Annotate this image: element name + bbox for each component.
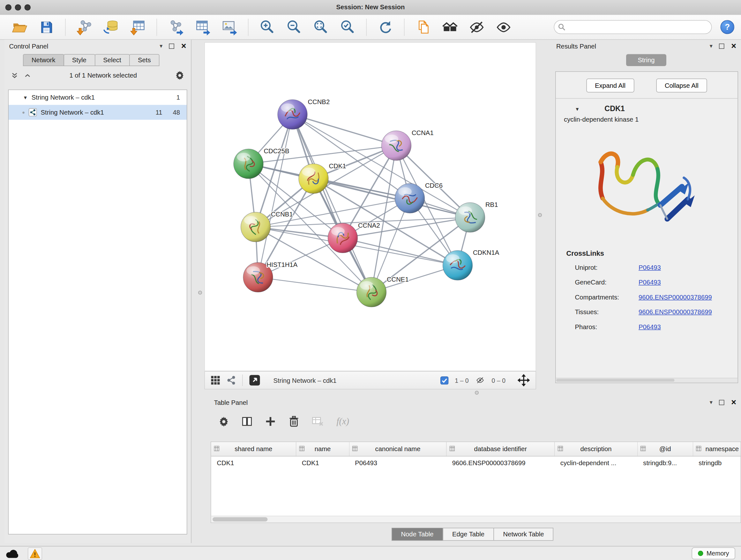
zoom-in-button[interactable] [258,18,276,36]
grid-view-icon[interactable] [211,375,220,385]
hide-elements-button[interactable] [468,18,486,36]
export-image-button[interactable] [220,18,239,36]
table-cell[interactable]: stringdb [693,456,741,469]
memory-button[interactable]: Memory [692,548,735,560]
collapse-all-button[interactable]: Collapse All [656,78,707,92]
show-columns-icon[interactable] [242,416,253,427]
add-column-icon[interactable] [265,416,276,427]
tab-network[interactable]: Network [23,54,64,66]
crosslink-link[interactable]: 9606.ENSP00000378699 [638,308,712,316]
table-cell[interactable]: 9606.ENSP00000378699 [447,456,555,469]
copy-document-button[interactable] [414,18,432,36]
share-view-icon[interactable] [226,375,236,385]
tab-select[interactable]: Select [94,54,130,66]
network-edge-HIST1H1A-CCNE1[interactable] [258,277,372,293]
column-header-shared-name[interactable]: shared name [211,442,296,456]
network-row-selected[interactable]: ● String Network – cdk1 11 48 [9,105,187,120]
tab-network-table[interactable]: Network Table [494,528,554,541]
network-node-CDKN1A[interactable]: CDKN1A [443,249,499,280]
results-horizontal-scrollbar[interactable] [556,378,738,383]
section-expand-icon[interactable]: ▼ [575,106,580,111]
table-cell[interactable]: stringdb:9... [637,456,693,469]
panel-menu-caret-icon[interactable]: ▾ [710,399,713,406]
scrollbar-thumb[interactable] [212,517,268,522]
crosslink-link[interactable]: 9606.ENSP00000378699 [638,294,712,301]
column-header-canonical-name[interactable]: canonical name [349,442,447,456]
search-input[interactable] [554,20,712,34]
table-cell[interactable]: P06493 [349,456,447,469]
zoom-fit-button[interactable] [312,18,330,36]
table-settings-gear-icon[interactable] [219,416,229,427]
import-network-database-button[interactable] [102,18,120,36]
crosslink-link[interactable]: P06493 [638,323,661,331]
export-table-button[interactable] [193,18,212,36]
hidden-eye-icon[interactable] [475,376,485,385]
detach-view-icon[interactable] [249,374,260,386]
table-cell[interactable]: CDK1 [211,456,296,469]
right-splitter-handle[interactable] [538,213,542,217]
network-node-CCNA2[interactable]: CCNA2 [328,222,380,253]
import-network-file-button[interactable] [75,18,93,36]
expand-all-button[interactable]: Expand All [586,78,634,92]
network-node-RB1[interactable]: RB1 [455,201,498,233]
tree-expand-icon[interactable]: ▼ [23,95,28,100]
panel-close-icon[interactable]: × [181,44,186,49]
birds-eye-move-icon[interactable] [518,374,530,387]
network-collection-row[interactable]: ▼ String Network – cdk1 1 [9,90,187,105]
panel-float-icon[interactable] [169,44,175,49]
network-node-CCNE1[interactable]: CCNE1 [357,276,409,307]
network-node-CCNB2[interactable]: CCNB2 [278,98,330,130]
table-cell[interactable]: CDK1 [296,456,349,469]
selected-checkbox-icon[interactable] [441,376,449,384]
network-edge-CCNB2-CCNA1[interactable] [293,115,397,146]
crosslink-link[interactable]: P06493 [638,279,661,286]
panel-float-icon[interactable] [719,44,725,49]
network-edge-CCNA2-CDKN1A[interactable] [343,238,458,266]
table-row[interactable]: CDK1CDK1P064939606.ENSP00000378699cyclin… [211,456,741,469]
protein-section-header[interactable]: ▼ CDK1 [556,99,738,116]
column-header-database-identifier[interactable]: database identifier [447,442,555,456]
warnings-button[interactable] [28,547,42,560]
tab-edge-table[interactable]: Edge Table [443,528,494,541]
tab-node-table[interactable]: Node Table [391,528,443,541]
column-header-namespace[interactable]: namespace [693,442,741,456]
column-header--id[interactable]: @id [637,442,693,456]
zoom-selected-button[interactable] [339,18,357,36]
panel-close-icon[interactable]: × [731,44,736,49]
tab-sets[interactable]: Sets [129,54,159,66]
column-header-description[interactable]: description [555,442,637,456]
panel-close-icon[interactable]: × [731,400,736,405]
network-node-HIST1H1A[interactable]: HIST1H1A [243,261,298,293]
expand-all-icon[interactable] [24,71,31,79]
open-session-button[interactable] [10,18,29,36]
help-button[interactable]: ? [721,20,735,34]
home-views-button[interactable] [441,18,459,36]
table-horizontal-scrollbar[interactable] [211,516,741,523]
tab-string[interactable]: String [626,54,666,66]
crosslink-label: Tissues: [575,308,635,316]
left-splitter-handle[interactable] [198,291,202,295]
panel-float-icon[interactable] [719,400,725,405]
network-edge-CCNB2-CCNE1[interactable] [293,115,372,293]
horizontal-splitter-handle[interactable] [475,391,479,395]
zoom-out-button[interactable] [285,18,303,36]
refresh-button[interactable] [376,18,394,36]
panel-menu-caret-icon[interactable]: ▾ [159,43,162,50]
network-view[interactable]: CCNB2CCNA1CDC25BCDK1CDC6RB1CCNB1CCNA2CDK… [205,42,536,371]
column-header-name[interactable]: name [296,442,349,456]
gear-icon[interactable] [175,71,185,80]
save-session-button[interactable] [37,18,56,36]
import-table-button[interactable] [129,18,147,36]
tab-style[interactable]: Style [64,54,95,66]
cloud-icon[interactable] [6,549,18,558]
delete-column-trash-icon[interactable] [289,416,299,427]
crosslink-link[interactable]: P06493 [638,264,661,271]
collapse-all-icon[interactable] [11,71,18,79]
network-node-CDK1[interactable]: CDK1 [299,163,346,194]
function-builder-icon[interactable]: f(x) [337,416,349,427]
show-elements-button[interactable] [495,18,513,36]
panel-menu-caret-icon[interactable]: ▾ [710,43,713,50]
export-network-button[interactable] [166,18,185,36]
table-cell[interactable]: cyclin-dependent ... [555,456,637,469]
network-edge-CCNB2-HIST1H1A[interactable] [258,115,293,277]
